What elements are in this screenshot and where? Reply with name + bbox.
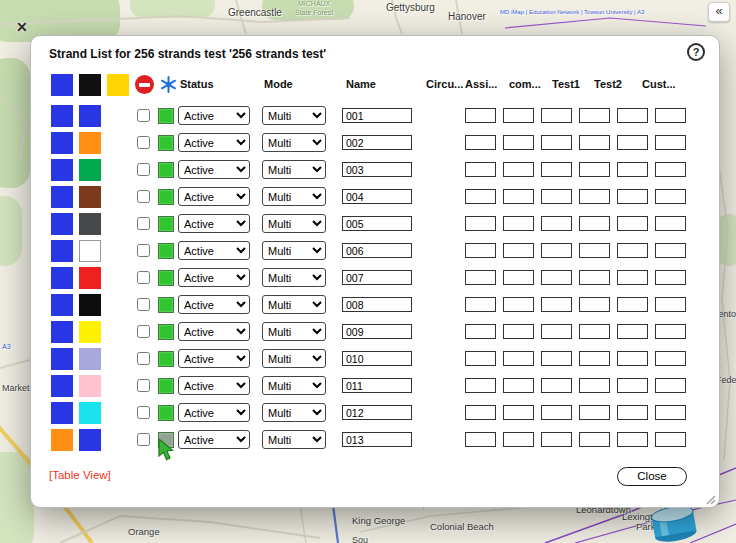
attribute-input[interactable] [465,189,496,204]
attribute-input[interactable] [579,162,610,177]
mode-select[interactable]: Multi [262,376,326,395]
name-input[interactable] [342,216,412,231]
attribute-input[interactable] [465,135,496,150]
help-button[interactable]: ? [687,43,705,61]
name-input[interactable] [342,297,412,312]
attribute-input[interactable] [465,324,496,339]
attribute-input[interactable] [579,189,610,204]
mode-select[interactable]: Multi [262,295,326,314]
highlight-button[interactable] [158,108,174,124]
attribute-input[interactable] [541,405,572,420]
attribute-input[interactable] [541,378,572,393]
attribute-input[interactable] [655,135,686,150]
attribute-input[interactable] [655,216,686,231]
attribute-input[interactable] [503,108,534,123]
attribute-input[interactable] [579,243,610,258]
collapse-panel-button[interactable]: « [708,2,730,22]
status-select[interactable]: Active [178,106,250,125]
attribute-input[interactable] [541,324,572,339]
mode-select[interactable]: Multi [262,268,326,287]
attribute-input[interactable] [465,216,496,231]
attribute-input[interactable] [465,243,496,258]
attribute-input[interactable] [465,108,496,123]
status-select[interactable]: Active [178,295,250,314]
attribute-input[interactable] [503,432,534,447]
attribute-input[interactable] [541,297,572,312]
attribute-input[interactable] [617,351,648,366]
attribute-input[interactable] [541,216,572,231]
status-select[interactable]: Active [178,133,250,152]
row-select-checkbox[interactable] [137,190,150,203]
status-select[interactable]: Active [178,214,250,233]
attribute-input[interactable] [655,162,686,177]
attribute-input[interactable] [541,135,572,150]
mode-select[interactable]: Multi [262,241,326,260]
row-select-checkbox[interactable] [137,244,150,257]
attribute-input[interactable] [617,135,648,150]
attribute-input[interactable] [503,351,534,366]
name-input[interactable] [342,162,412,177]
attribute-input[interactable] [503,216,534,231]
status-select[interactable]: Active [178,349,250,368]
attribute-input[interactable] [465,432,496,447]
mode-select[interactable]: Multi [262,349,326,368]
row-select-checkbox[interactable] [137,352,150,365]
attribute-input[interactable] [617,270,648,285]
name-input[interactable] [342,189,412,204]
attribute-input[interactable] [465,270,496,285]
no-entry-icon[interactable] [135,75,154,94]
attribute-input[interactable] [655,243,686,258]
attribute-input[interactable] [541,189,572,204]
highlight-button[interactable] [158,378,174,394]
status-select[interactable]: Active [178,241,250,260]
attribute-input[interactable] [579,135,610,150]
attribute-input[interactable] [503,243,534,258]
attribute-input[interactable] [617,405,648,420]
splice-icon[interactable] [159,75,178,94]
highlight-button[interactable] [158,405,174,421]
name-input[interactable] [342,351,412,366]
highlight-button[interactable] [158,297,174,313]
attribute-input[interactable] [655,432,686,447]
row-select-checkbox[interactable] [137,217,150,230]
attribute-input[interactable] [579,405,610,420]
attribute-input[interactable] [617,162,648,177]
attribute-input[interactable] [465,297,496,312]
highlight-button[interactable] [158,162,174,178]
status-select[interactable]: Active [178,376,250,395]
mode-select[interactable]: Multi [262,106,326,125]
name-input[interactable] [342,243,412,258]
attribute-input[interactable] [655,297,686,312]
attribute-input[interactable] [617,243,648,258]
attribute-input[interactable] [541,351,572,366]
name-input[interactable] [342,378,412,393]
attribute-input[interactable] [541,243,572,258]
attribute-input[interactable] [617,378,648,393]
attribute-input[interactable] [579,108,610,123]
row-select-checkbox[interactable] [137,271,150,284]
attribute-input[interactable] [655,108,686,123]
attribute-input[interactable] [465,378,496,393]
attribute-input[interactable] [503,189,534,204]
yellow-filter-swatch[interactable] [107,74,129,96]
attribute-input[interactable] [579,378,610,393]
attribute-input[interactable] [617,189,648,204]
highlight-button[interactable] [158,324,174,340]
attribute-input[interactable] [541,162,572,177]
status-select[interactable]: Active [178,268,250,287]
name-input[interactable] [342,324,412,339]
row-select-checkbox[interactable] [137,406,150,419]
row-select-checkbox[interactable] [137,109,150,122]
attribute-input[interactable] [655,405,686,420]
attribute-input[interactable] [503,162,534,177]
resize-handle[interactable] [704,493,716,505]
highlight-button[interactable] [158,216,174,232]
attribute-input[interactable] [617,324,648,339]
name-input[interactable] [342,108,412,123]
status-select[interactable]: Active [178,403,250,422]
close-button[interactable]: Close [617,467,687,486]
attribute-input[interactable] [655,189,686,204]
panel-close-icon[interactable]: ✕ [16,19,28,35]
attribute-input[interactable] [655,324,686,339]
highlight-button[interactable] [158,270,174,286]
